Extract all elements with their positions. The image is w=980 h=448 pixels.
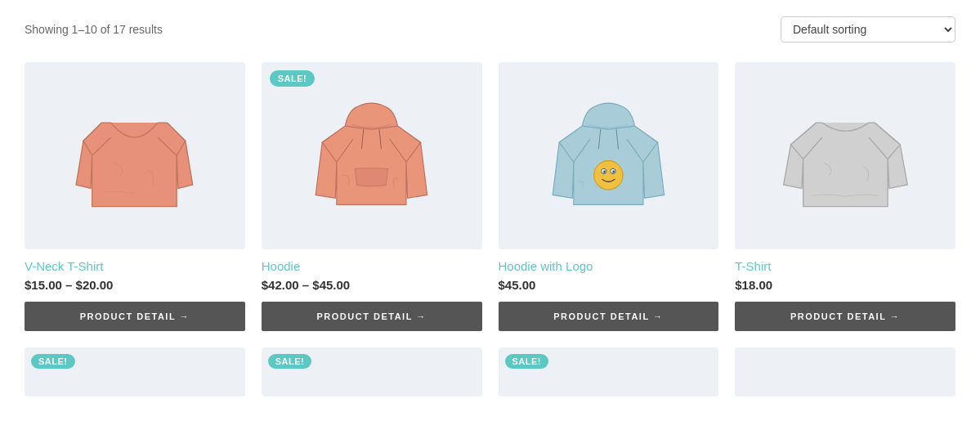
product-image-tshirt[interactable]: [735, 62, 955, 249]
top-bar: Showing 1–10 of 17 results Default sorti…: [25, 16, 955, 43]
product-name-hoodie[interactable]: Hoodie: [262, 259, 482, 273]
hoodie-logo-illustration: [531, 90, 686, 221]
sort-select[interactable]: Default sortingSort by popularitySort by…: [781, 16, 955, 43]
svg-point-4: [594, 161, 623, 190]
bottom-sale-badge-1: Sale!: [31, 354, 75, 369]
sale-badge-hoodie: Sale!: [270, 70, 315, 87]
product-detail-btn-hoodie-logo[interactable]: PRODUCT DETAIL →: [499, 302, 719, 331]
product-image-hoodie-logo[interactable]: [499, 62, 719, 249]
bottom-sale-badge-3: Sale!: [505, 354, 549, 369]
product-detail-btn-tshirt[interactable]: PRODUCT DETAIL →: [735, 302, 955, 331]
bottom-card-4: [735, 347, 955, 396]
product-name-hoodie-logo[interactable]: Hoodie with Logo: [499, 259, 719, 273]
product-card-hoodie-logo: Hoodie with Logo $45.00 PRODUCT DETAIL →: [499, 62, 719, 331]
product-grid: V-Neck T-Shirt $15.00 – $20.00 PRODUCT D…: [25, 62, 955, 331]
product-image-vneck[interactable]: [25, 62, 245, 249]
product-price-vneck: $15.00 – $20.00: [25, 278, 245, 292]
bottom-card-2: Sale!: [262, 347, 482, 396]
product-image-hoodie[interactable]: Sale!: [262, 62, 482, 249]
product-card-tshirt: T-Shirt $18.00 PRODUCT DETAIL →: [735, 62, 955, 331]
product-detail-btn-hoodie[interactable]: PRODUCT DETAIL →: [262, 302, 482, 331]
svg-point-8: [612, 171, 615, 173]
hoodie-illustration: [294, 90, 449, 221]
product-name-vneck[interactable]: V-Neck T-Shirt: [25, 259, 245, 273]
product-card-vneck: V-Neck T-Shirt $15.00 – $20.00 PRODUCT D…: [25, 62, 245, 331]
product-price-hoodie: $42.00 – $45.00: [262, 278, 482, 292]
product-detail-btn-vneck[interactable]: PRODUCT DETAIL →: [25, 302, 245, 331]
product-name-tshirt[interactable]: T-Shirt: [735, 259, 955, 273]
vneck-tshirt-illustration: [57, 90, 212, 221]
product-price-tshirt: $18.00: [735, 278, 955, 292]
product-price-hoodie-logo: $45.00: [499, 278, 719, 292]
svg-point-7: [603, 171, 606, 173]
results-count: Showing 1–10 of 17 results: [25, 23, 163, 36]
product-card-hoodie: Sale!: [262, 62, 482, 331]
bottom-card-1: Sale!: [25, 347, 245, 396]
bottom-card-3: Sale!: [499, 347, 719, 396]
bottom-sale-badge-2: Sale!: [268, 354, 312, 369]
bottom-row: Sale! Sale! Sale!: [25, 347, 955, 396]
tshirt-illustration: [768, 90, 923, 221]
